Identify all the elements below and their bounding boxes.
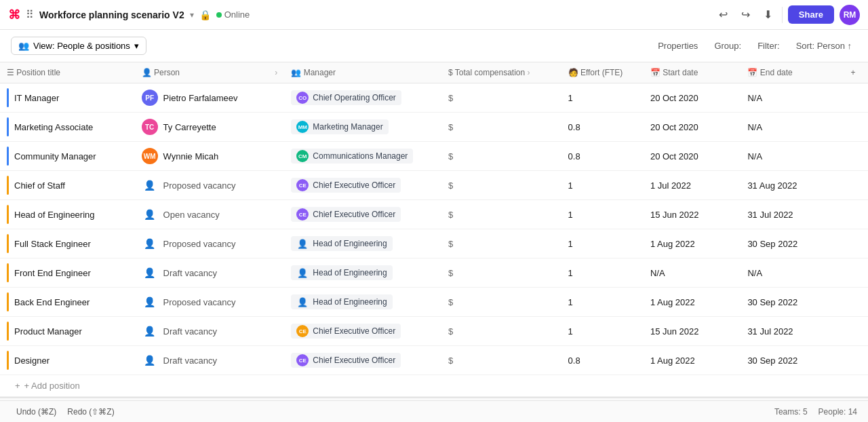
table-header-row: ☰ Position title 👤 Person › 👥 Manager $ … — [0, 62, 868, 83]
teams-count: Teams: 5 — [774, 407, 808, 417]
startdate-cell: 1 Aug 2022 — [644, 346, 741, 375]
table-row: Chief of Staff👤Proposed vacancyCEChief E… — [0, 171, 868, 200]
col-effort: 🧑 Effort (FTE) — [561, 62, 644, 83]
person-cell: 👤Proposed vacancy — [135, 288, 285, 317]
col-person-expand[interactable]: › — [275, 68, 277, 77]
redo-button[interactable]: ↪ — [737, 5, 754, 24]
col-manager: 👥 Manager — [284, 62, 441, 83]
startdate-cell: 15 Jun 2022 — [644, 317, 741, 346]
effort-cell: 1 — [561, 171, 644, 200]
download-button[interactable]: ⬇ — [760, 5, 776, 24]
row-actions — [838, 142, 868, 171]
vacancy-icon: 👤 — [142, 265, 158, 281]
compensation-cell: $ — [441, 288, 561, 317]
enddate-cell: 30 Sep 2022 — [741, 288, 837, 317]
table-row: Product Manager👤Draft vacancyCEChief Exe… — [0, 317, 868, 346]
vacancy-icon: 👤 — [142, 323, 158, 339]
filter-button[interactable]: Filter: — [752, 38, 785, 54]
position-cell: Product Manager — [0, 317, 135, 346]
person-name: Ty Carreyette — [163, 122, 216, 132]
group-button[interactable]: Group: — [709, 38, 747, 54]
vacancy-label: Draft vacancy — [163, 268, 217, 278]
share-button[interactable]: Share — [788, 5, 834, 24]
online-status: Online — [216, 9, 250, 20]
enddate-cell: N/A — [741, 113, 837, 142]
startdate-cell: 20 Oct 2020 — [644, 142, 741, 171]
startdate-cell: 1 Aug 2022 — [644, 288, 741, 317]
person-cell: 👤Proposed vacancy — [135, 229, 285, 258]
effort-cell: 0.8 — [561, 142, 644, 171]
position-cell: Chief of Staff — [0, 171, 135, 200]
col-startdate: 📅 Start date — [644, 62, 741, 83]
row-actions — [838, 288, 868, 317]
properties-button[interactable]: Properties — [652, 38, 703, 54]
compensation-cell: $ — [441, 142, 561, 171]
redo-statusbar[interactable]: Redo (⇧⌘Z) — [62, 404, 119, 419]
vacancy-label: Draft vacancy — [163, 356, 217, 366]
effort-cell: 0.8 — [561, 346, 644, 375]
effort-cell: 1 — [561, 83, 644, 113]
compensation-cell: $ — [441, 229, 561, 258]
startdate-cell: N/A — [644, 258, 741, 288]
person-cell: 👤Open vacancy — [135, 200, 285, 229]
user-avatar[interactable]: RM — [840, 5, 860, 25]
row-actions — [838, 200, 868, 229]
person-name: Wynnie Micah — [163, 151, 219, 161]
col-add[interactable]: + — [838, 62, 868, 83]
person-cell: TCTy Carreyette — [135, 113, 285, 142]
compensation-cell: $ — [441, 200, 561, 229]
topbar: ⌘ ⠿ Workforce planning scenario V2 ▾ 🔒 O… — [0, 0, 868, 30]
undo-button[interactable]: ↩ — [715, 5, 732, 24]
person-cell: 👤Draft vacancy — [135, 317, 285, 346]
view-selector[interactable]: 👥 View: People & positions ▾ — [11, 37, 146, 55]
view-label: View: People & positions — [33, 41, 130, 51]
compensation-cell: $ — [441, 83, 561, 113]
col-comp-arrow[interactable]: › — [528, 68, 530, 77]
compensation-cell: $ — [441, 346, 561, 375]
row-actions — [838, 317, 868, 346]
dollar-icon: $ — [448, 68, 455, 77]
row-actions — [838, 171, 868, 200]
enddate-cell: N/A — [741, 83, 837, 113]
manager-icon: 👥 — [291, 68, 303, 77]
startdate-cell: 20 Oct 2020 — [644, 113, 741, 142]
table-body: IT ManagerPFPietro FarfalameevCOChief Op… — [0, 83, 868, 375]
startdate-cell: 1 Jul 2022 — [644, 171, 741, 200]
calendar-icon: 📅 — [650, 68, 663, 77]
title-chevron-icon[interactable]: ▾ — [190, 10, 194, 20]
compensation-cell: $ — [441, 258, 561, 288]
row-actions — [838, 229, 868, 258]
manager-cell: 👤Head of Engineering — [284, 258, 441, 288]
list-icon: ☰ — [7, 68, 16, 77]
grid-icon: ⠿ — [26, 8, 34, 21]
vacancy-label: Draft vacancy — [163, 326, 217, 337]
vacancy-icon: 👤 — [142, 235, 158, 252]
position-title: Designer — [14, 356, 50, 366]
person-cell: WMWynnie Micah — [135, 142, 285, 171]
table-row: Back End Engineer👤Proposed vacancy👤Head … — [0, 288, 868, 317]
person-cell: 👤Proposed vacancy — [135, 171, 285, 200]
person-name: Pietro Farfalameev — [163, 93, 238, 103]
position-cell: IT Manager — [0, 83, 135, 113]
vacancy-label: Proposed vacancy — [163, 297, 236, 307]
sort-button[interactable]: Sort: Person ↑ — [791, 38, 857, 54]
position-title: Back End Engineer — [14, 297, 90, 307]
row-actions — [838, 113, 868, 142]
add-position-row[interactable]: + + Add position — [0, 375, 868, 397]
enddate-cell: 30 Sep 2022 — [741, 346, 837, 375]
position-title: Product Manager — [14, 326, 82, 337]
manager-cell: 👤Head of Engineering — [284, 229, 441, 258]
row-actions — [838, 258, 868, 288]
manager-vacancy-icon: 👤 — [296, 267, 309, 279]
person-cell: 👤Draft vacancy — [135, 258, 285, 288]
table-row: Front End Engineer👤Draft vacancy👤Head of… — [0, 258, 868, 288]
undo-statusbar[interactable]: Undo (⌘Z) — [11, 404, 62, 419]
manager-cell: COChief Operating Officer — [284, 83, 441, 113]
vacancy-icon: 👤 — [142, 177, 158, 193]
manager-cell: CEChief Executive Officer — [284, 346, 441, 375]
manager-cell: CEChief Executive Officer — [284, 200, 441, 229]
table-container: ☰ Position title 👤 Person › 👥 Manager $ … — [0, 62, 868, 400]
person-cell: PFPietro Farfalameev — [135, 83, 285, 113]
toolbar-right: Properties Group: Filter: Sort: Person ↑ — [652, 38, 857, 54]
enddate-cell: 31 Jul 2022 — [741, 317, 837, 346]
